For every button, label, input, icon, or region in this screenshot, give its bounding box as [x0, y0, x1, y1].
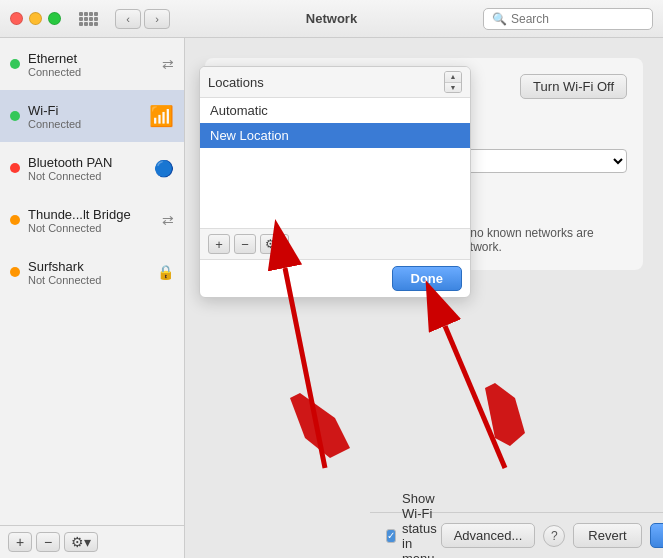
locations-list: Automatic New Location — [200, 98, 470, 228]
network-gear-button[interactable]: ⚙▾ — [64, 532, 98, 552]
sidebar-item-surfshark[interactable]: Surfshark Not Connected 🔒 — [0, 246, 184, 298]
sidebar-item-ethernet[interactable]: Ethernet Connected ⇄ — [0, 38, 184, 90]
location-item-new[interactable]: New Location — [200, 123, 470, 148]
remove-network-button[interactable]: − — [36, 532, 60, 552]
maximize-button[interactable] — [48, 12, 61, 25]
ethernet-name: Ethernet — [28, 51, 158, 66]
locations-remove-button[interactable]: − — [234, 234, 256, 254]
minimize-button[interactable] — [29, 12, 42, 25]
svg-line-1 — [285, 268, 325, 468]
stepper-down[interactable]: ▼ — [445, 83, 461, 93]
status-dot-ethernet — [10, 59, 20, 69]
advanced-button[interactable]: Advanced... — [441, 523, 536, 548]
search-icon: 🔍 — [492, 12, 507, 26]
main-layout: Ethernet Connected ⇄ Wi-Fi Connected 📶 B… — [0, 38, 663, 558]
show-wifi-label[interactable]: ✓ Show Wi-Fi status in menu bar — [386, 491, 441, 559]
bluetooth-name: Bluetooth PAN — [28, 155, 150, 170]
bluetooth-icon: 🔵 — [154, 159, 174, 178]
forward-button[interactable]: › — [144, 9, 170, 29]
turn-wifi-button[interactable]: Turn Wi-Fi Off — [520, 74, 627, 99]
sidebar-item-thunderbolt[interactable]: Thunde...lt Bridge Not Connected ⇄ — [0, 194, 184, 246]
sidebar: Ethernet Connected ⇄ Wi-Fi Connected 📶 B… — [0, 38, 185, 558]
help-button[interactable]: ? — [543, 525, 565, 547]
svg-marker-3 — [290, 393, 350, 458]
grid-icon — [79, 12, 98, 26]
bluetooth-status: Not Connected — [28, 170, 150, 182]
add-network-button[interactable]: + — [8, 532, 32, 552]
apps-grid-button[interactable] — [73, 8, 103, 30]
sidebar-item-bluetooth[interactable]: Bluetooth PAN Not Connected 🔵 — [0, 142, 184, 194]
apply-button[interactable]: Apply — [650, 523, 663, 548]
locations-panel: Locations ▲ ▼ Automatic New Location + − — [199, 66, 471, 298]
status-dot-bluetooth — [10, 163, 20, 173]
surfshark-name: Surfshark — [28, 259, 153, 274]
titlebar: ‹ › Network 🔍 — [0, 0, 663, 38]
locations-gear-button[interactable]: ⚙ ▾ — [260, 234, 289, 254]
stepper-up[interactable]: ▲ — [445, 72, 461, 83]
locations-stepper[interactable]: ▲ ▼ — [444, 71, 462, 93]
ethernet-status: Connected — [28, 66, 158, 78]
content-area: Turn Wi-Fi Off GBTube_5GHz and has.1.12.… — [185, 38, 663, 558]
wifi-status: Connected — [28, 118, 145, 130]
revert-button[interactable]: Revert — [573, 523, 641, 548]
sidebar-footer: + − ⚙▾ — [0, 525, 184, 558]
bottom-right-buttons: Advanced... ? Revert Apply — [441, 523, 663, 548]
thunderbolt-icon: ⇄ — [162, 212, 174, 228]
location-item-automatic[interactable]: Automatic — [200, 98, 470, 123]
thunderbolt-status: Not Connected — [28, 222, 158, 234]
locations-header: Locations ▲ ▼ — [200, 67, 470, 98]
nav-buttons: ‹ › — [115, 9, 170, 29]
wifi-icon: 📶 — [149, 104, 174, 128]
surfshark-status: Not Connected — [28, 274, 153, 286]
status-dot-wifi — [10, 111, 20, 121]
thunderbolt-name: Thunde...lt Bridge — [28, 207, 158, 222]
gear-icon: ⚙ — [265, 237, 276, 251]
show-wifi-checkbox[interactable]: ✓ — [386, 529, 396, 543]
sidebar-item-wifi[interactable]: Wi-Fi Connected 📶 — [0, 90, 184, 142]
done-button[interactable]: Done — [392, 266, 463, 291]
bottom-bar: ✓ Show Wi-Fi status in menu bar Advanced… — [370, 512, 663, 558]
search-input[interactable] — [511, 12, 644, 26]
sidebar-list: Ethernet Connected ⇄ Wi-Fi Connected 📶 B… — [0, 38, 184, 525]
locations-title: Locations — [208, 75, 264, 90]
ethernet-icon: ⇄ — [162, 56, 174, 72]
svg-line-2 — [445, 326, 505, 468]
search-bar[interactable]: 🔍 — [483, 8, 653, 30]
window-title: Network — [306, 11, 357, 26]
svg-marker-4 — [485, 383, 525, 446]
close-button[interactable] — [10, 12, 23, 25]
status-dot-surfshark — [10, 267, 20, 277]
locations-add-button[interactable]: + — [208, 234, 230, 254]
wifi-name: Wi-Fi — [28, 103, 145, 118]
surfshark-icon: 🔒 — [157, 264, 174, 280]
back-button[interactable]: ‹ — [115, 9, 141, 29]
show-wifi-text: Show Wi-Fi status in menu bar — [402, 491, 441, 559]
chevron-down-icon: ▾ — [278, 237, 284, 251]
traffic-lights — [10, 12, 61, 25]
status-dot-thunderbolt — [10, 215, 20, 225]
locations-toolbar: + − ⚙ ▾ — [200, 228, 470, 259]
locations-done-row: Done — [200, 259, 470, 297]
